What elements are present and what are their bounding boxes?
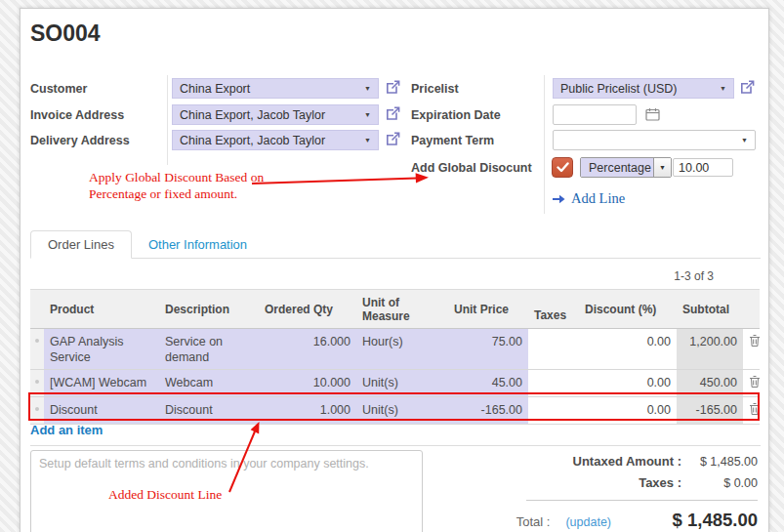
total-value: $ 1,485.00 [611, 510, 758, 531]
expiration-date-label: Expiration Date [411, 108, 501, 122]
cell-description[interactable]: Service on demand [159, 329, 259, 370]
payment-term-select[interactable]: ▼ [553, 130, 756, 150]
invoice-address-label: Invoice Address [30, 108, 124, 122]
row-drag-handle[interactable] [30, 370, 44, 397]
table-row[interactable]: GAP Analysis Service Service on demand 1… [30, 329, 760, 370]
cell-uom[interactable]: Hour(s) [356, 329, 448, 370]
chevron-down-icon[interactable]: ▼ [653, 158, 671, 177]
payment-term-label: Payment Term [411, 134, 494, 147]
invoice-address-select[interactable]: China Export, Jacob Taylor ▼ [172, 104, 379, 125]
row-drag-handle[interactable] [30, 329, 44, 370]
delete-row-button[interactable] [743, 370, 760, 397]
col-unit-price[interactable]: Unit Price [448, 290, 528, 329]
cell-qty[interactable]: 1.000 [259, 397, 356, 425]
col-unit-of-measure[interactable]: Unit of Measure [356, 290, 448, 329]
cell-discount[interactable]: 0.00 [579, 370, 677, 397]
cell-qty[interactable]: 16.000 [259, 329, 356, 370]
table-row-discount[interactable]: Discount Discount 1.000 Unit(s) -165.00 … [30, 397, 760, 425]
col-ordered-qty[interactable]: Ordered Qty [259, 290, 356, 329]
discount-type-value: Percentage [581, 158, 653, 177]
page-title: SO004 [30, 20, 101, 47]
sale-order-form: SO004 Customer China Export ▼ Invoice Ad… [20, 8, 769, 532]
col-actions [743, 290, 760, 329]
discount-type-select[interactable]: Percentage ▼ [580, 157, 672, 178]
customer-select[interactable]: China Export ▼ [172, 78, 379, 99]
untaxed-amount-value: $ 1,485.00 [681, 455, 758, 469]
add-line-label: Add Line [571, 190, 625, 207]
cell-product[interactable]: [WCAM] Webcam [44, 370, 159, 397]
expiration-date-input[interactable] [553, 104, 637, 125]
taxes-row: Taxes : $ 0.00 [440, 475, 758, 490]
cell-uom[interactable]: Unit(s) [356, 397, 448, 425]
page: { "title": "SO004", "form": { "left": [ … [0, 0, 784, 532]
invoice-address-value: China Export, Jacob Taylor [180, 108, 359, 122]
pricelist-value: Public Pricelist (USD) [560, 82, 715, 96]
cell-product[interactable]: Discount [44, 397, 159, 425]
untaxed-amount-row: Untaxed Amount : $ 1,485.00 [440, 454, 758, 469]
cell-price[interactable]: -165.00 [448, 397, 528, 425]
discount-amount-input[interactable] [673, 158, 733, 177]
delete-row-button[interactable] [743, 329, 760, 370]
cell-qty[interactable]: 10.000 [259, 370, 356, 397]
checkmark-icon [557, 162, 569, 173]
annotation-global-discount: Apply Global Discount Based on Percentag… [89, 169, 274, 202]
cell-subtotal: 1,200.00 [677, 329, 743, 370]
chevron-down-icon: ▼ [720, 85, 726, 92]
tab-order-lines[interactable]: Order Lines [30, 230, 132, 259]
handle-column-header [30, 290, 44, 329]
table-header-row: Product Description Ordered Qty Unit of … [30, 290, 760, 329]
trash-icon [749, 375, 761, 389]
delivery-address-external-link-icon[interactable] [386, 132, 400, 146]
cell-uom[interactable]: Unit(s) [356, 370, 448, 397]
add-line-button[interactable]: Add Line [553, 190, 625, 207]
col-discount[interactable]: Discount (%) [579, 290, 677, 329]
taxes-label: Taxes : [639, 475, 681, 490]
pricelist-select[interactable]: Public Pricelist (USD) ▼ [553, 78, 734, 99]
update-total-link[interactable]: (update) [565, 515, 611, 529]
order-lines-table: Product Description Ordered Qty Unit of … [30, 289, 760, 425]
col-subtotal[interactable]: Subtotal [677, 290, 743, 329]
pricelist-external-link-icon[interactable] [740, 80, 755, 95]
tab-other-information[interactable]: Other Information [132, 230, 264, 258]
cell-description[interactable]: Discount [159, 397, 259, 425]
cell-price[interactable]: 75.00 [448, 329, 528, 370]
col-taxes[interactable]: Taxes [528, 290, 579, 329]
cell-taxes[interactable] [528, 397, 579, 425]
row-drag-handle[interactable] [30, 397, 44, 425]
cell-price[interactable]: 45.00 [448, 370, 528, 397]
col-product[interactable]: Product [44, 290, 159, 329]
add-an-item-link[interactable]: Add an item [30, 423, 103, 437]
cell-discount[interactable]: 0.00 [579, 397, 677, 425]
chevron-down-icon: ▼ [364, 111, 371, 118]
taxes-value: $ 0.00 [681, 476, 758, 490]
delete-row-button[interactable] [743, 397, 760, 425]
tab-order-lines-label: Order Lines [48, 237, 114, 252]
invoice-address-external-link-icon[interactable] [386, 106, 400, 121]
tab-other-information-label: Other Information [148, 237, 247, 252]
customer-external-link-icon[interactable] [386, 80, 400, 95]
total-label: Total : [516, 514, 551, 529]
cell-discount[interactable]: 0.00 [579, 329, 677, 370]
pager: 1-3 of 3 [674, 269, 714, 283]
table-row[interactable]: [WCAM] Webcam Webcam 10.000 Unit(s) 45.0… [30, 370, 760, 397]
arrow-right-icon [553, 194, 565, 204]
delivery-address-label: Delivery Address [30, 134, 130, 147]
cell-taxes[interactable] [528, 370, 579, 397]
global-discount-checkbox[interactable] [552, 157, 573, 178]
cell-subtotal: 450.00 [677, 370, 743, 397]
delivery-address-select[interactable]: China Export, Jacob Taylor ▼ [172, 130, 379, 150]
pricelist-label: Pricelist [411, 82, 459, 96]
totals-divider [526, 500, 758, 501]
cell-product[interactable]: GAP Analysis Service [44, 329, 159, 370]
cell-taxes[interactable] [528, 329, 579, 370]
cell-subtotal: -165.00 [677, 397, 743, 425]
total-row: Total : (update) $ 1,485.00 [440, 510, 758, 531]
terms-and-conditions-input[interactable] [30, 450, 423, 532]
notebook-tabs: Order Lines Other Information [30, 230, 761, 259]
col-description[interactable]: Description [159, 290, 259, 329]
chevron-down-icon: ▼ [364, 137, 371, 143]
chevron-down-icon: ▼ [741, 137, 748, 143]
form-divider-left [167, 75, 168, 165]
cell-description[interactable]: Webcam [159, 370, 259, 397]
calendar-icon[interactable] [645, 107, 660, 121]
